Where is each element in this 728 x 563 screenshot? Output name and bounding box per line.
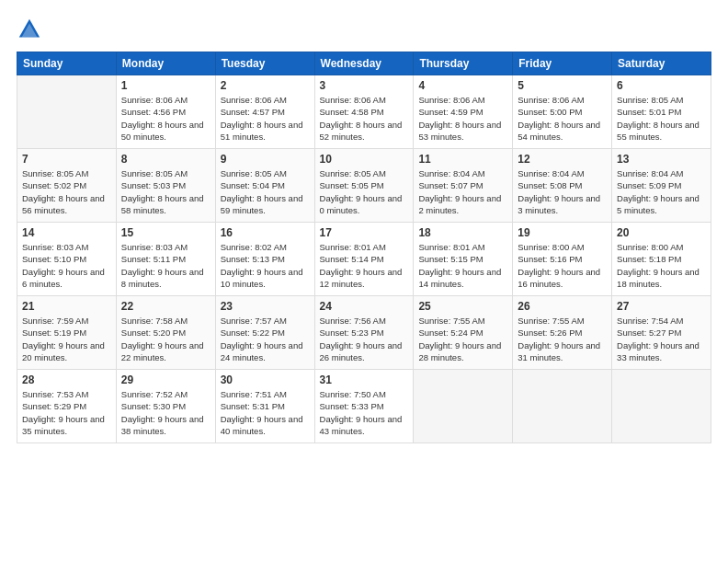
day-info: Sunrise: 8:05 AMSunset: 5:05 PMDaylight:… xyxy=(320,167,409,216)
calendar-cell: 25Sunrise: 7:55 AMSunset: 5:24 PMDayligh… xyxy=(414,296,513,370)
day-info: Sunrise: 8:01 AMSunset: 5:15 PMDaylight:… xyxy=(418,241,507,290)
day-info: Sunrise: 8:03 AMSunset: 5:11 PMDaylight:… xyxy=(121,241,210,290)
weekday-header-tuesday: Tuesday xyxy=(215,52,314,75)
calendar-cell: 8Sunrise: 8:05 AMSunset: 5:03 PMDaylight… xyxy=(116,149,215,223)
calendar-cell xyxy=(513,370,612,443)
calendar-cell: 3Sunrise: 8:06 AMSunset: 4:58 PMDaylight… xyxy=(314,75,414,149)
day-info: Sunrise: 7:54 AMSunset: 5:27 PMDaylight:… xyxy=(617,315,706,363)
day-info: Sunrise: 7:58 AMSunset: 5:20 PMDaylight:… xyxy=(121,315,210,363)
calendar-cell: 1Sunrise: 8:06 AMSunset: 4:56 PMDaylight… xyxy=(116,75,215,149)
calendar-cell xyxy=(414,370,513,443)
week-row-3: 14Sunrise: 8:03 AMSunset: 5:10 PMDayligh… xyxy=(17,223,711,296)
week-row-1: 1Sunrise: 8:06 AMSunset: 4:56 PMDaylight… xyxy=(17,75,711,149)
day-number: 4 xyxy=(418,79,507,92)
day-number: 25 xyxy=(418,300,507,313)
weekday-header-thursday: Thursday xyxy=(414,52,513,75)
day-info: Sunrise: 8:05 AMSunset: 5:01 PMDaylight:… xyxy=(617,94,706,143)
day-info: Sunrise: 8:05 AMSunset: 5:03 PMDaylight:… xyxy=(121,167,210,216)
calendar-cell: 24Sunrise: 7:56 AMSunset: 5:23 PMDayligh… xyxy=(314,296,414,370)
day-number: 15 xyxy=(121,226,210,239)
day-number: 3 xyxy=(320,79,409,92)
day-info: Sunrise: 7:51 AMSunset: 5:31 PMDaylight:… xyxy=(221,388,310,437)
day-info: Sunrise: 8:01 AMSunset: 5:14 PMDaylight:… xyxy=(320,241,409,290)
day-number: 5 xyxy=(518,79,607,92)
day-number: 2 xyxy=(221,79,310,92)
day-info: Sunrise: 8:00 AMSunset: 5:18 PMDaylight:… xyxy=(617,241,706,290)
day-number: 16 xyxy=(221,226,310,239)
day-number: 23 xyxy=(221,300,310,313)
calendar-cell: 14Sunrise: 8:03 AMSunset: 5:10 PMDayligh… xyxy=(17,223,117,296)
day-number: 29 xyxy=(121,373,210,386)
day-number: 9 xyxy=(221,153,310,166)
calendar-cell: 19Sunrise: 8:00 AMSunset: 5:16 PMDayligh… xyxy=(513,223,612,296)
day-number: 12 xyxy=(518,153,607,166)
day-info: Sunrise: 8:04 AMSunset: 5:09 PMDaylight:… xyxy=(617,167,706,216)
day-number: 7 xyxy=(22,153,111,166)
page: SundayMondayTuesdayWednesdayThursdayFrid… xyxy=(0,0,728,563)
day-number: 27 xyxy=(617,300,706,313)
day-number: 21 xyxy=(22,300,111,313)
day-number: 26 xyxy=(518,300,607,313)
calendar-cell: 23Sunrise: 7:57 AMSunset: 5:22 PMDayligh… xyxy=(215,296,314,370)
header xyxy=(17,17,711,42)
day-info: Sunrise: 8:03 AMSunset: 5:10 PMDaylight:… xyxy=(22,241,111,290)
day-number: 20 xyxy=(617,226,706,239)
weekday-header-saturday: Saturday xyxy=(612,52,711,75)
day-info: Sunrise: 8:06 AMSunset: 4:59 PMDaylight:… xyxy=(418,94,507,143)
calendar-cell: 30Sunrise: 7:51 AMSunset: 5:31 PMDayligh… xyxy=(215,370,314,443)
day-info: Sunrise: 7:53 AMSunset: 5:29 PMDaylight:… xyxy=(22,388,111,437)
calendar-cell: 2Sunrise: 8:06 AMSunset: 4:57 PMDaylight… xyxy=(215,75,314,149)
day-number: 11 xyxy=(418,153,507,166)
week-row-4: 21Sunrise: 7:59 AMSunset: 5:19 PMDayligh… xyxy=(17,296,711,370)
day-number: 14 xyxy=(22,226,111,239)
calendar-cell xyxy=(612,370,711,443)
calendar-cell xyxy=(17,75,117,149)
day-number: 17 xyxy=(320,226,409,239)
day-number: 13 xyxy=(617,153,706,166)
day-number: 30 xyxy=(221,373,310,386)
day-number: 18 xyxy=(418,226,507,239)
day-info: Sunrise: 7:55 AMSunset: 5:26 PMDaylight:… xyxy=(518,315,607,363)
calendar-cell: 4Sunrise: 8:06 AMSunset: 4:59 PMDaylight… xyxy=(414,75,513,149)
day-info: Sunrise: 7:52 AMSunset: 5:30 PMDaylight:… xyxy=(121,388,210,437)
day-number: 24 xyxy=(320,300,409,313)
calendar-cell: 31Sunrise: 7:50 AMSunset: 5:33 PMDayligh… xyxy=(314,370,414,443)
weekday-header-row: SundayMondayTuesdayWednesdayThursdayFrid… xyxy=(17,52,711,75)
calendar-table: SundayMondayTuesdayWednesdayThursdayFrid… xyxy=(17,52,711,443)
day-number: 28 xyxy=(22,373,111,386)
logo-icon xyxy=(17,17,42,42)
calendar-cell: 18Sunrise: 8:01 AMSunset: 5:15 PMDayligh… xyxy=(414,223,513,296)
day-info: Sunrise: 7:55 AMSunset: 5:24 PMDaylight:… xyxy=(418,315,507,363)
calendar-cell: 9Sunrise: 8:05 AMSunset: 5:04 PMDaylight… xyxy=(215,149,314,223)
day-info: Sunrise: 8:00 AMSunset: 5:16 PMDaylight:… xyxy=(518,241,607,290)
day-number: 10 xyxy=(320,153,409,166)
weekday-header-wednesday: Wednesday xyxy=(314,52,414,75)
calendar-cell: 29Sunrise: 7:52 AMSunset: 5:30 PMDayligh… xyxy=(116,370,215,443)
logo xyxy=(17,17,46,42)
day-info: Sunrise: 8:04 AMSunset: 5:07 PMDaylight:… xyxy=(418,167,507,216)
calendar-cell: 20Sunrise: 8:00 AMSunset: 5:18 PMDayligh… xyxy=(612,223,711,296)
day-info: Sunrise: 7:59 AMSunset: 5:19 PMDaylight:… xyxy=(22,315,111,363)
weekday-header-friday: Friday xyxy=(513,52,612,75)
day-info: Sunrise: 8:06 AMSunset: 4:57 PMDaylight:… xyxy=(221,94,310,143)
calendar-cell: 13Sunrise: 8:04 AMSunset: 5:09 PMDayligh… xyxy=(612,149,711,223)
calendar-cell: 10Sunrise: 8:05 AMSunset: 5:05 PMDayligh… xyxy=(314,149,414,223)
day-number: 1 xyxy=(121,79,210,92)
day-info: Sunrise: 7:56 AMSunset: 5:23 PMDaylight:… xyxy=(320,315,409,363)
day-number: 19 xyxy=(518,226,607,239)
day-info: Sunrise: 7:50 AMSunset: 5:33 PMDaylight:… xyxy=(320,388,409,437)
week-row-5: 28Sunrise: 7:53 AMSunset: 5:29 PMDayligh… xyxy=(17,370,711,443)
calendar-cell: 17Sunrise: 8:01 AMSunset: 5:14 PMDayligh… xyxy=(314,223,414,296)
day-info: Sunrise: 8:05 AMSunset: 5:02 PMDaylight:… xyxy=(22,167,111,216)
calendar-cell: 28Sunrise: 7:53 AMSunset: 5:29 PMDayligh… xyxy=(17,370,117,443)
calendar-cell: 5Sunrise: 8:06 AMSunset: 5:00 PMDaylight… xyxy=(513,75,612,149)
calendar-cell: 16Sunrise: 8:02 AMSunset: 5:13 PMDayligh… xyxy=(215,223,314,296)
day-number: 6 xyxy=(617,79,706,92)
calendar-cell: 15Sunrise: 8:03 AMSunset: 5:11 PMDayligh… xyxy=(116,223,215,296)
day-number: 22 xyxy=(121,300,210,313)
day-info: Sunrise: 8:06 AMSunset: 4:58 PMDaylight:… xyxy=(320,94,409,143)
day-info: Sunrise: 8:05 AMSunset: 5:04 PMDaylight:… xyxy=(221,167,310,216)
day-info: Sunrise: 8:04 AMSunset: 5:08 PMDaylight:… xyxy=(518,167,607,216)
calendar-cell: 6Sunrise: 8:05 AMSunset: 5:01 PMDaylight… xyxy=(612,75,711,149)
day-number: 31 xyxy=(320,373,409,386)
